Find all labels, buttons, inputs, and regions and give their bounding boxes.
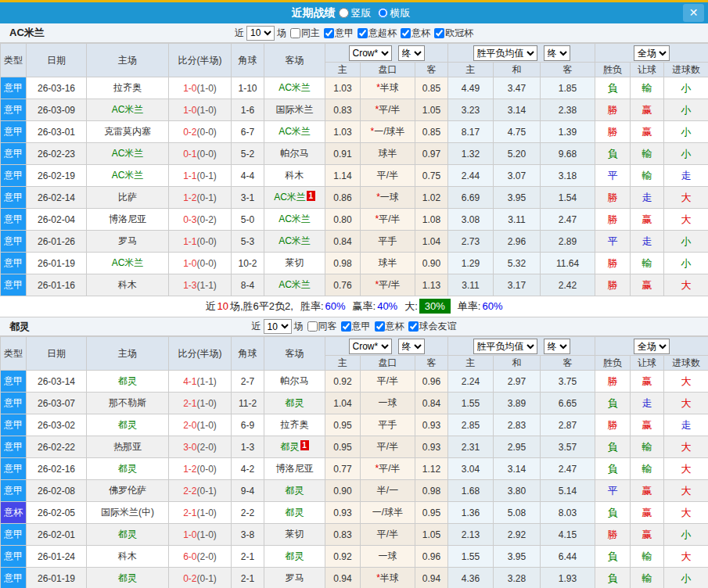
mean-away: 1.93	[541, 568, 595, 588]
winrate-value: 60%	[325, 300, 346, 312]
score-halftime: (0-1)	[197, 170, 217, 181]
match-score: 1-2(0-0)	[169, 458, 232, 480]
mean-home: 1.55	[448, 393, 494, 414]
corner-score: 3-1	[232, 187, 264, 209]
away-team: 博洛尼亚	[264, 458, 325, 480]
league-filter[interactable]: 意杯	[373, 320, 404, 333]
league-type: 意甲	[1, 274, 27, 296]
subheader-result: 胜负	[595, 63, 631, 77]
match-row: 意甲26-02-19AC米兰1-1(0-1)4-4科木1.14平/半0.752.…	[1, 165, 708, 187]
away-team-name: 帕尔马	[281, 148, 309, 159]
titlebar: 近期战绩 竖版 横版 ✕	[0, 2, 708, 23]
league-filter[interactable]: 意甲	[340, 320, 371, 333]
home-team: 国际米兰(中)	[87, 502, 169, 524]
mean-time-select[interactable]: 终	[544, 45, 570, 61]
home-team-name: 热那亚	[113, 441, 142, 452]
column-header-type: 类型	[1, 337, 27, 371]
away-team-name: 拉齐奥	[281, 419, 309, 430]
close-icon[interactable]: ✕	[683, 4, 704, 22]
card-badge: 1	[300, 440, 309, 450]
away-team-name: AC米兰	[279, 82, 311, 93]
mean-time-select[interactable]: 终	[544, 339, 570, 354]
scope-select[interactable]: 全场	[634, 339, 670, 354]
result-wdl: 平	[595, 231, 631, 253]
home-team-name: 都灵	[118, 375, 137, 386]
home-team: AC米兰	[87, 253, 169, 274]
score-halftime: (1-0)	[197, 507, 217, 518]
corner-score: 1-3	[232, 436, 264, 458]
away-team-name: 都灵	[286, 397, 304, 408]
league-checkbox[interactable]	[434, 28, 444, 38]
result-wdl: 負	[595, 502, 631, 524]
odds-company-select[interactable]: Crow*	[349, 45, 392, 61]
match-count-select[interactable]: 10	[264, 319, 292, 334]
league-type: 意甲	[1, 143, 27, 165]
handicap-line: 一球	[361, 546, 415, 568]
mean-type-select[interactable]: 胜平负均值	[473, 45, 537, 61]
mean-type-select[interactable]: 胜平负均值	[473, 339, 537, 354]
league-filter[interactable]: 欧冠杯	[433, 27, 473, 40]
league-filter[interactable]: 意超杯	[356, 27, 397, 40]
mean-away: 2.42	[541, 274, 595, 296]
mean-home: 4.49	[448, 77, 494, 99]
league-filter[interactable]: 意杯	[399, 27, 430, 40]
score-fulltime: 0-3	[183, 214, 196, 225]
league-type: 意甲	[1, 187, 27, 209]
score-fulltime: 1-0	[183, 529, 196, 540]
mean-home: 2.31	[448, 436, 494, 458]
layout-vertical-option[interactable]: 竖版	[339, 6, 372, 20]
match-date: 26-02-05	[27, 502, 87, 524]
column-header-date: 日期	[27, 44, 87, 77]
home-odds: 0.76	[325, 274, 361, 296]
league-filter-label: 球会友谊	[419, 320, 457, 333]
league-checkbox[interactable]	[358, 28, 368, 38]
same-venue-filter[interactable]: 同客	[306, 320, 337, 333]
league-filter[interactable]: 球会友谊	[407, 320, 457, 333]
away-team: 帕尔马	[264, 143, 325, 165]
home-odds: 0.95	[325, 436, 361, 458]
same-venue-checkbox[interactable]	[307, 321, 318, 332]
league-checkbox[interactable]	[401, 28, 411, 38]
score-fulltime: 3-0	[183, 442, 196, 453]
home-team-name: AC米兰	[112, 257, 144, 268]
same-venue-checkbox[interactable]	[290, 28, 300, 38]
same-venue-filter[interactable]: 同主	[289, 27, 320, 40]
score-halftime: (0-1)	[197, 486, 217, 497]
away-odds: 0.85	[415, 77, 448, 99]
handicap-line: *一球	[361, 187, 415, 209]
mean-away: 1.85	[541, 77, 595, 99]
odds-time-select[interactable]: 终	[398, 339, 425, 354]
result-wdl: 勝	[595, 274, 631, 296]
home-team-name: 科木	[118, 550, 137, 561]
vertical-radio-label: 竖版	[351, 6, 372, 20]
league-type: 意甲	[1, 414, 27, 436]
home-team: 佛罗伦萨	[87, 480, 169, 502]
vertical-radio[interactable]	[339, 8, 349, 18]
corner-score: 2-7	[232, 371, 264, 393]
league-filter[interactable]: 意甲	[322, 27, 354, 40]
star-marker: *	[376, 572, 380, 583]
same-venue-label: 同主	[301, 27, 320, 40]
result-wdl: 勝	[595, 187, 631, 209]
league-checkbox[interactable]	[375, 321, 385, 332]
horizontal-radio[interactable]	[378, 8, 388, 18]
mean-away: 5.14	[541, 480, 595, 502]
league-checkbox[interactable]	[324, 28, 334, 38]
league-checkbox[interactable]	[408, 321, 419, 332]
scope-select[interactable]: 全场	[634, 45, 670, 61]
subheader-mean-home: 主	[448, 63, 494, 77]
odds-time-select[interactable]: 终	[398, 45, 425, 61]
away-team-name: 都灵	[286, 550, 304, 561]
odds-company-select[interactable]: Crow*	[349, 339, 392, 354]
league-checkbox[interactable]	[341, 321, 351, 332]
league-type: 意甲	[1, 393, 27, 414]
away-odds: 1.02	[415, 187, 448, 209]
mean-away: 1.54	[541, 187, 595, 209]
result-goals: 走	[664, 414, 708, 436]
score-halftime: (2-0)	[197, 551, 217, 562]
match-count-select[interactable]: 10	[246, 26, 275, 41]
away-odds: 0.97	[415, 143, 448, 165]
layout-horizontal-option[interactable]: 横版	[378, 6, 411, 20]
score-halftime: (0-1)	[197, 573, 217, 584]
match-date: 26-02-19	[27, 165, 87, 187]
